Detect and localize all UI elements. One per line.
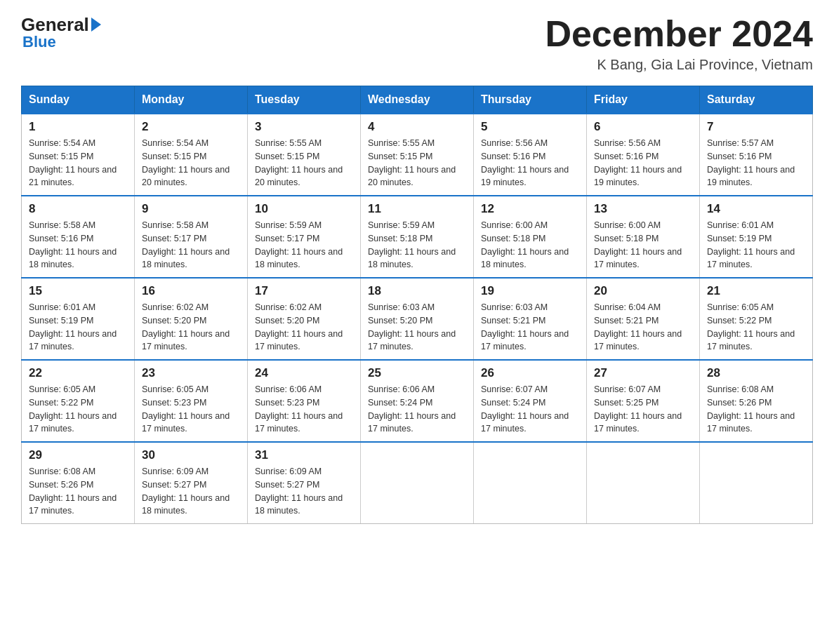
- day-number: 23: [142, 366, 240, 380]
- calendar-week-row: 8Sunrise: 5:58 AMSunset: 5:16 PMDaylight…: [22, 196, 813, 278]
- day-number: 28: [707, 366, 805, 380]
- calendar-day-cell: 25Sunrise: 6:06 AMSunset: 5:24 PMDayligh…: [361, 360, 474, 442]
- day-number: 26: [481, 366, 579, 380]
- day-info: Sunrise: 6:02 AMSunset: 5:20 PMDaylight:…: [255, 301, 353, 354]
- calendar-day-cell: 4Sunrise: 5:55 AMSunset: 5:15 PMDaylight…: [361, 114, 474, 196]
- empty-cell: [587, 442, 700, 524]
- calendar-day-cell: 5Sunrise: 5:56 AMSunset: 5:16 PMDaylight…: [474, 114, 587, 196]
- day-info: Sunrise: 6:02 AMSunset: 5:20 PMDaylight:…: [142, 301, 240, 354]
- day-info: Sunrise: 5:57 AMSunset: 5:16 PMDaylight:…: [707, 137, 805, 189]
- day-number: 11: [368, 202, 466, 216]
- day-header-monday: Monday: [135, 86, 248, 114]
- day-number: 25: [368, 366, 466, 380]
- calendar-day-cell: 30Sunrise: 6:09 AMSunset: 5:27 PMDayligh…: [135, 442, 248, 524]
- calendar-table: SundayMondayTuesdayWednesdayThursdayFrid…: [21, 86, 813, 524]
- calendar-day-cell: 12Sunrise: 6:00 AMSunset: 5:18 PMDayligh…: [474, 196, 587, 278]
- day-info: Sunrise: 5:59 AMSunset: 5:17 PMDaylight:…: [255, 219, 353, 271]
- day-info: Sunrise: 5:56 AMSunset: 5:16 PMDaylight:…: [481, 137, 579, 189]
- calendar-day-cell: 28Sunrise: 6:08 AMSunset: 5:26 PMDayligh…: [700, 360, 813, 442]
- day-info: Sunrise: 6:01 AMSunset: 5:19 PMDaylight:…: [29, 301, 127, 354]
- calendar-day-cell: 22Sunrise: 6:05 AMSunset: 5:22 PMDayligh…: [22, 360, 135, 442]
- calendar-day-cell: 10Sunrise: 5:59 AMSunset: 5:17 PMDayligh…: [248, 196, 361, 278]
- calendar-day-cell: 18Sunrise: 6:03 AMSunset: 5:20 PMDayligh…: [361, 278, 474, 360]
- calendar-day-cell: 23Sunrise: 6:05 AMSunset: 5:23 PMDayligh…: [135, 360, 248, 442]
- day-info: Sunrise: 6:06 AMSunset: 5:23 PMDaylight:…: [255, 383, 353, 436]
- day-info: Sunrise: 6:05 AMSunset: 5:22 PMDaylight:…: [707, 301, 805, 354]
- day-info: Sunrise: 5:54 AMSunset: 5:15 PMDaylight:…: [142, 137, 240, 189]
- day-number: 7: [707, 120, 805, 134]
- calendar-header-row: SundayMondayTuesdayWednesdayThursdayFrid…: [22, 86, 813, 114]
- day-info: Sunrise: 5:55 AMSunset: 5:15 PMDaylight:…: [255, 137, 353, 189]
- day-info: Sunrise: 6:08 AMSunset: 5:26 PMDaylight:…: [29, 465, 127, 518]
- day-info: Sunrise: 5:58 AMSunset: 5:16 PMDaylight:…: [29, 219, 127, 271]
- day-number: 31: [255, 448, 353, 462]
- logo: General Blue: [21, 14, 101, 51]
- calendar-day-cell: 24Sunrise: 6:06 AMSunset: 5:23 PMDayligh…: [248, 360, 361, 442]
- day-info: Sunrise: 6:08 AMSunset: 5:26 PMDaylight:…: [707, 383, 805, 436]
- day-info: Sunrise: 6:05 AMSunset: 5:22 PMDaylight:…: [29, 383, 127, 436]
- empty-cell: [474, 442, 587, 524]
- day-info: Sunrise: 6:07 AMSunset: 5:25 PMDaylight:…: [594, 383, 692, 436]
- calendar-day-cell: 17Sunrise: 6:02 AMSunset: 5:20 PMDayligh…: [248, 278, 361, 360]
- calendar-day-cell: 16Sunrise: 6:02 AMSunset: 5:20 PMDayligh…: [135, 278, 248, 360]
- day-number: 21: [707, 284, 805, 298]
- day-info: Sunrise: 6:04 AMSunset: 5:21 PMDaylight:…: [594, 301, 692, 354]
- day-number: 22: [29, 366, 127, 380]
- calendar-day-cell: 7Sunrise: 5:57 AMSunset: 5:16 PMDaylight…: [700, 114, 813, 196]
- day-number: 3: [255, 120, 353, 134]
- day-info: Sunrise: 6:03 AMSunset: 5:21 PMDaylight:…: [481, 301, 579, 354]
- calendar-day-cell: 2Sunrise: 5:54 AMSunset: 5:15 PMDaylight…: [135, 114, 248, 196]
- day-number: 15: [29, 284, 127, 298]
- day-number: 8: [29, 202, 127, 216]
- calendar-day-cell: 21Sunrise: 6:05 AMSunset: 5:22 PMDayligh…: [700, 278, 813, 360]
- calendar-week-row: 22Sunrise: 6:05 AMSunset: 5:22 PMDayligh…: [22, 360, 813, 442]
- calendar-subtitle: K Bang, Gia Lai Province, Vietnam: [545, 57, 813, 73]
- calendar-week-row: 1Sunrise: 5:54 AMSunset: 5:15 PMDaylight…: [22, 114, 813, 196]
- calendar-day-cell: 26Sunrise: 6:07 AMSunset: 5:24 PMDayligh…: [474, 360, 587, 442]
- day-info: Sunrise: 5:59 AMSunset: 5:18 PMDaylight:…: [368, 219, 466, 271]
- calendar-day-cell: 8Sunrise: 5:58 AMSunset: 5:16 PMDaylight…: [22, 196, 135, 278]
- calendar-day-cell: 3Sunrise: 5:55 AMSunset: 5:15 PMDaylight…: [248, 114, 361, 196]
- calendar-day-cell: 20Sunrise: 6:04 AMSunset: 5:21 PMDayligh…: [587, 278, 700, 360]
- day-info: Sunrise: 6:00 AMSunset: 5:18 PMDaylight:…: [594, 219, 692, 271]
- title-block: December 2024 K Bang, Gia Lai Province, …: [545, 14, 813, 73]
- day-info: Sunrise: 6:09 AMSunset: 5:27 PMDaylight:…: [142, 465, 240, 518]
- calendar-day-cell: 13Sunrise: 6:00 AMSunset: 5:18 PMDayligh…: [587, 196, 700, 278]
- day-info: Sunrise: 6:01 AMSunset: 5:19 PMDaylight:…: [707, 219, 805, 271]
- day-number: 9: [142, 202, 240, 216]
- day-number: 14: [707, 202, 805, 216]
- day-info: Sunrise: 6:07 AMSunset: 5:24 PMDaylight:…: [481, 383, 579, 436]
- empty-cell: [700, 442, 813, 524]
- calendar-day-cell: 27Sunrise: 6:07 AMSunset: 5:25 PMDayligh…: [587, 360, 700, 442]
- day-header-saturday: Saturday: [700, 86, 813, 114]
- calendar-day-cell: 15Sunrise: 6:01 AMSunset: 5:19 PMDayligh…: [22, 278, 135, 360]
- day-number: 27: [594, 366, 692, 380]
- day-number: 10: [255, 202, 353, 216]
- calendar-title: December 2024: [545, 14, 813, 54]
- calendar-day-cell: 14Sunrise: 6:01 AMSunset: 5:19 PMDayligh…: [700, 196, 813, 278]
- day-info: Sunrise: 6:06 AMSunset: 5:24 PMDaylight:…: [368, 383, 466, 436]
- calendar-day-cell: 6Sunrise: 5:56 AMSunset: 5:16 PMDaylight…: [587, 114, 700, 196]
- day-header-tuesday: Tuesday: [248, 86, 361, 114]
- calendar-day-cell: 19Sunrise: 6:03 AMSunset: 5:21 PMDayligh…: [474, 278, 587, 360]
- day-number: 12: [481, 202, 579, 216]
- day-number: 24: [255, 366, 353, 380]
- day-number: 19: [481, 284, 579, 298]
- day-info: Sunrise: 5:56 AMSunset: 5:16 PMDaylight:…: [594, 137, 692, 189]
- day-number: 18: [368, 284, 466, 298]
- day-number: 20: [594, 284, 692, 298]
- day-number: 13: [594, 202, 692, 216]
- day-info: Sunrise: 5:55 AMSunset: 5:15 PMDaylight:…: [368, 137, 466, 189]
- page-header: General Blue December 2024 K Bang, Gia L…: [21, 14, 813, 73]
- logo-arrow-icon: [91, 18, 101, 32]
- day-info: Sunrise: 5:58 AMSunset: 5:17 PMDaylight:…: [142, 219, 240, 271]
- day-info: Sunrise: 6:09 AMSunset: 5:27 PMDaylight:…: [255, 465, 353, 518]
- logo-blue: Blue: [22, 33, 56, 51]
- day-number: 2: [142, 120, 240, 134]
- calendar-day-cell: 1Sunrise: 5:54 AMSunset: 5:15 PMDaylight…: [22, 114, 135, 196]
- day-number: 17: [255, 284, 353, 298]
- day-number: 29: [29, 448, 127, 462]
- day-number: 16: [142, 284, 240, 298]
- calendar-day-cell: 31Sunrise: 6:09 AMSunset: 5:27 PMDayligh…: [248, 442, 361, 524]
- day-number: 6: [594, 120, 692, 134]
